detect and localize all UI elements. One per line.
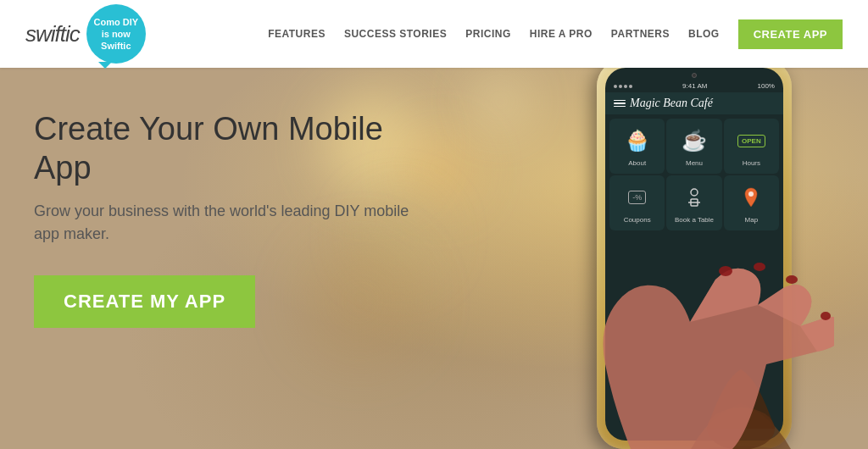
nav-blog[interactable]: BLOG <box>688 28 720 40</box>
nav-success-stories[interactable]: SUCCESS STORIES <box>344 28 447 40</box>
svg-point-9 <box>821 312 831 320</box>
hand-silhouette <box>563 195 834 449</box>
phone-status-bar: 9:41 AM 100% <box>605 80 783 92</box>
logo-bubble-text: Como DIY is now Swiftic <box>94 16 139 53</box>
app-icon-about: 🧁 About <box>609 119 665 174</box>
status-time: 9:41 AM <box>682 82 707 90</box>
bokeh-4 <box>475 76 526 127</box>
hero-content: Create Your Own Mobile App Grow your bus… <box>34 110 415 328</box>
main-nav: FEATURES SUCCESS STORIES PRICING HIRE A … <box>171 19 843 49</box>
create-app-button[interactable]: CREATE APP <box>738 19 843 49</box>
app-icon-hours: OPEN Hours <box>724 119 779 174</box>
signal-dots <box>614 85 632 88</box>
phone-app-header: Magic Bean Café <box>605 92 783 114</box>
logo-area: swiftic Como DIY is now Swiftic <box>25 4 146 64</box>
hamburger-icon <box>614 100 626 108</box>
logo-text: swiftic <box>25 21 80 47</box>
nav-features[interactable]: FEATURES <box>268 28 326 40</box>
svg-point-7 <box>754 263 765 271</box>
icon-label-menu: Menu <box>686 159 703 167</box>
phone-camera <box>692 73 697 78</box>
svg-point-6 <box>719 266 732 276</box>
bokeh-2 <box>407 136 475 203</box>
app-icon-menu: ☕ Menu <box>666 119 721 174</box>
icon-label-about: About <box>628 159 646 167</box>
icon-label-hours: Hours <box>743 159 760 167</box>
hero-title: Create Your Own Mobile App <box>34 110 415 187</box>
nav-partners[interactable]: PARTNERS <box>611 28 670 40</box>
svg-point-8 <box>786 275 798 284</box>
hero-cta-button[interactable]: CREATE MY APP <box>34 275 255 328</box>
header: swiftic Como DIY is now Swiftic FEATURES… <box>0 0 868 68</box>
open-badge: OPEN <box>737 135 765 147</box>
nav-hire-a-pro[interactable]: HIRE A PRO <box>530 28 593 40</box>
logo-bubble: Como DIY is now Swiftic <box>86 4 146 64</box>
hero-subtitle: Grow your business with the world's lead… <box>34 200 415 246</box>
nav-pricing[interactable]: PRICING <box>465 28 511 40</box>
hero-section: Create Your Own Mobile App Grow your bus… <box>0 68 868 449</box>
status-battery: 100% <box>758 82 775 90</box>
app-title: Magic Bean Café <box>630 97 713 110</box>
